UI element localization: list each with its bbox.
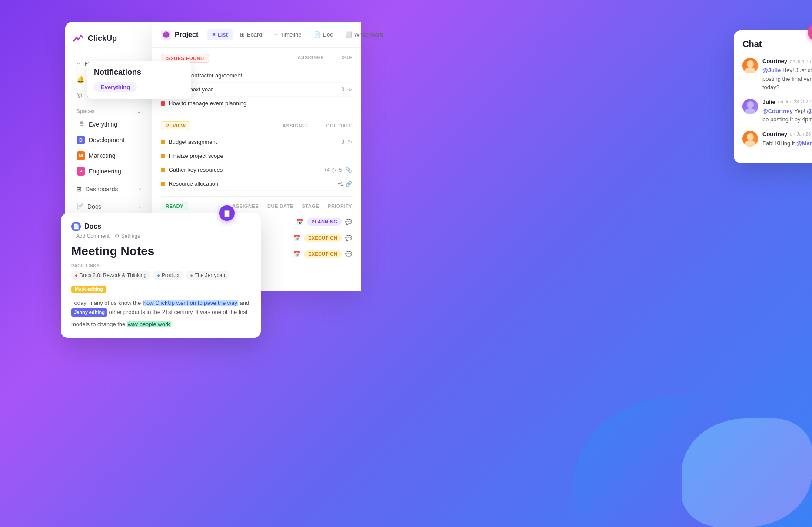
sidebar-label-marketing: Marketing	[89, 152, 115, 159]
sidebar-item-development[interactable]: D Development	[72, 133, 145, 147]
chat-bubble-2: Julie on Jun 28 2022 at 2:51 pm @Courtne…	[762, 99, 812, 124]
docs-link-icon-1: ●	[75, 273, 78, 278]
page-link-label-1: Docs 2.0: Rework & Thinking	[80, 272, 147, 278]
stage-badge-planning: PLANNING	[307, 218, 342, 226]
mark-editing-badge: Mark editing	[71, 286, 106, 293]
page-links: ● Docs 2.0: Rework & Thinking ● Product …	[71, 271, 250, 280]
tab-list-label: List	[218, 31, 228, 38]
svg-point-3	[745, 67, 755, 73]
avatar-courtney-2	[742, 131, 758, 147]
mkt-dot: M	[77, 151, 85, 160]
chat-author-2: Julie	[762, 99, 775, 105]
task-row: Gather key resources +4 ◎ 5 📎	[161, 163, 352, 177]
page-link-label-3: The Jerrycan	[195, 272, 225, 278]
tab-whiteboard[interactable]: ⬜ Whiteboard	[340, 29, 388, 40]
cycle-icon: ↻	[348, 87, 352, 93]
extra-count: +4	[324, 167, 330, 173]
hash-button[interactable]: #	[808, 23, 812, 41]
tab-doc[interactable]: 📄 Doc	[309, 29, 338, 40]
docs-icon: 📄	[71, 222, 81, 231]
col-assignee-review: ASSIGNEE	[283, 123, 309, 128]
chat-text-1: @Julie Hey! Just checking if you're stil…	[762, 66, 812, 92]
calendar-icon: 📅	[296, 219, 303, 225]
tab-board[interactable]: ⊞ Board	[235, 29, 267, 40]
chat-author-3: Courtney	[762, 131, 787, 137]
mention-marci: @Marci	[807, 108, 812, 114]
attachment-count: 5	[339, 167, 342, 173]
link-icon: 🔗	[346, 181, 352, 187]
extra-count2: +2	[338, 181, 344, 187]
task-dot-yellow	[161, 154, 165, 158]
chat-body-2a: Yep!	[794, 108, 807, 114]
sidebar-item-engineering[interactable]: P Engineering	[72, 164, 145, 179]
settings-icon: ⚙	[115, 233, 120, 239]
page-link-1[interactable]: ● Docs 2.0: Rework & Thinking	[71, 271, 150, 280]
sidebar-item-marketing[interactable]: M Marketing	[72, 148, 145, 163]
task-name[interactable]: Plan for next year	[169, 86, 338, 93]
spaces-section-label: Spaces ⌄	[72, 103, 145, 117]
goals-icon: ◎	[77, 91, 82, 99]
chat-message-1: Courtney on Jun 28 2022 at 1:37 pm @Juli…	[742, 58, 812, 92]
task-name[interactable]: Budget assignment	[169, 139, 338, 145]
project-header: 🟣 Project ≡ List ⊞ Board ─ Timeline	[152, 22, 361, 48]
task-dot-red	[161, 101, 165, 106]
app-wrapper: Notifications Everything ClickUp ⌂ Home …	[0, 0, 812, 527]
whiteboard-tab-icon: ⬜	[345, 31, 352, 38]
chevron-right-docs-icon: ›	[139, 203, 141, 210]
chat-time-1: on Jun 28 2022 at 1:37 pm	[790, 59, 812, 64]
tab-timeline[interactable]: ─ Timeline	[269, 29, 307, 40]
chat-bubble-1: Courtney on Jun 28 2022 at 1:37 pm @Juli…	[762, 58, 812, 92]
sidebar-label-engineering: Engineering	[89, 168, 121, 175]
col-due-review: DUE DATE	[326, 123, 352, 128]
col-due-ready: DUE DATE	[267, 203, 293, 209]
add-comment-action[interactable]: + Add Comment	[71, 233, 110, 239]
task-meta: +4 ◎	[324, 167, 336, 173]
task-count: 3	[341, 139, 344, 145]
task-name[interactable]: Update contractor agreement	[169, 72, 352, 79]
ready-badge: READY	[161, 202, 188, 210]
sidebar-item-everything[interactable]: ⠿ Everything	[72, 117, 145, 132]
task-meta: +2 🔗	[338, 181, 352, 187]
sidebar-item-dashboards[interactable]: ⊞ Dashboards ›	[72, 182, 145, 196]
task-row: Resource allocation +2 🔗	[161, 177, 352, 191]
sidebar-item-docs[interactable]: 📄 Docs ›	[72, 200, 145, 213]
chat-message-3: Courtney on Jun 28 2022 at 3:15 pm Fab! …	[742, 131, 812, 148]
svg-point-5	[745, 108, 755, 114]
notification-filter[interactable]: Everything	[94, 82, 137, 92]
task-name[interactable]: Finalize project scope	[169, 153, 352, 159]
notification-panel: Notifications Everything	[87, 61, 191, 99]
doc-tab-icon: 📄	[314, 31, 321, 38]
chat-title: Chat	[742, 39, 812, 49]
task-name[interactable]: Resource allocation	[169, 180, 334, 187]
task-row: Finalize project scope	[161, 149, 352, 163]
docs-panel-header: 📄 Docs	[71, 222, 250, 231]
col-assignee-issues: ASSIGNEE	[297, 55, 324, 60]
chat-time-3: on Jun 28 2022 at 3:15 pm	[790, 131, 812, 137]
jenny-editing-badge: Jenny editing	[71, 308, 107, 317]
task-row: Budget assignment 3 ↻	[161, 135, 352, 149]
tab-list[interactable]: ≡ List	[207, 29, 233, 40]
task-row: How to manage event planning	[161, 97, 352, 110]
comment-icon: 💬	[345, 219, 352, 225]
tab-whiteboard-label: Whiteboard	[354, 31, 383, 38]
sidebar-label-development: Development	[89, 137, 125, 143]
task-name[interactable]: How to manage event planning	[169, 100, 352, 107]
sidebar-label-docs: Docs	[87, 203, 101, 210]
avatar-julie	[742, 99, 758, 114]
task-dot-yellow	[161, 168, 165, 172]
page-link-2[interactable]: ● Product	[153, 271, 183, 280]
settings-action[interactable]: ⚙ Settings	[115, 233, 140, 239]
doc-text-1: Today, many of us know the	[71, 300, 143, 306]
tab-doc-label: Doc	[323, 31, 333, 38]
doc-floating-icon: 📋	[219, 205, 235, 221]
svg-point-7	[745, 140, 755, 147]
board-tab-icon: ⊞	[240, 31, 245, 38]
chat-name-row-3: Courtney on Jun 28 2022 at 3:15 pm	[762, 131, 812, 137]
chat-text-2: @Courtney Yep! @Marci jumped in to help,…	[762, 107, 812, 124]
calendar-icon-3: 📅	[293, 251, 300, 257]
page-link-3[interactable]: ● The Jerrycan	[186, 271, 229, 280]
task-dot-yellow	[161, 140, 165, 144]
settings-label: Settings	[121, 233, 140, 239]
group-review: REVIEW ASSIGNEE DUE DATE Budget assignme…	[152, 116, 361, 196]
task-name[interactable]: Gather key resources	[169, 167, 320, 173]
